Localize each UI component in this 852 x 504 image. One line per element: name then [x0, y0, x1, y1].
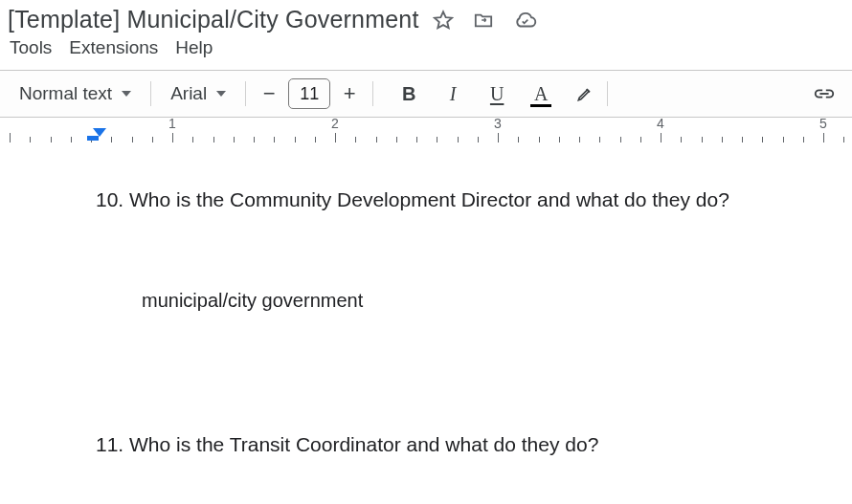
insert-link-button[interactable]: [812, 79, 837, 108]
ruler-tick-minor: [111, 137, 112, 142]
ruler-tick-minor: [722, 137, 723, 142]
ruler-tick-minor: [599, 137, 600, 142]
bold-button[interactable]: B: [396, 79, 421, 108]
ruler-tick-minor: [640, 137, 641, 142]
chevron-down-icon: [122, 91, 131, 97]
ruler-label: 1: [168, 118, 176, 131]
font-size-increase-button[interactable]: +: [336, 79, 363, 108]
ruler-tick-minor: [234, 137, 235, 142]
menu-bar: Tools Extensions Help: [8, 33, 844, 68]
question-10[interactable]: 10. Who is the Community Development Dir…: [96, 185, 814, 215]
font-size-decrease-button[interactable]: −: [256, 79, 282, 108]
cloud-saved-icon[interactable]: [513, 11, 538, 30]
ruler-tick-minor: [843, 137, 844, 142]
title-row: [Template] Municipal/City Government: [8, 6, 844, 33]
ruler-tick-minor: [478, 137, 479, 142]
ruler-tick-major: [498, 133, 499, 142]
ruler-tick-minor: [416, 137, 417, 142]
font-dropdown[interactable]: Arial: [161, 77, 235, 110]
document-title[interactable]: [Template] Municipal/City Government: [8, 6, 419, 33]
ruler-tick-minor: [132, 137, 133, 142]
indent-marker-icon[interactable]: [93, 128, 106, 141]
underline-button[interactable]: U: [484, 79, 509, 108]
menu-extensions[interactable]: Extensions: [69, 37, 158, 58]
ruler-label: 4: [657, 118, 664, 131]
italic-button[interactable]: I: [440, 79, 465, 108]
ruler-tick-minor: [51, 137, 52, 142]
separator: [150, 81, 151, 106]
question-11[interactable]: 11. Who is the Transit Coordinator and w…: [96, 429, 814, 460]
toolbar: Normal text Arial − 11 + B I U A: [0, 70, 852, 118]
format-group: B I U A: [396, 79, 597, 108]
text-color-button[interactable]: A: [528, 79, 553, 108]
separator: [372, 81, 373, 106]
ruler-tick-minor: [762, 137, 763, 142]
ruler-tick-minor: [579, 137, 580, 142]
font-label: Arial: [170, 83, 207, 104]
ruler-tick-minor: [458, 137, 459, 142]
highlight-color-button[interactable]: [572, 79, 597, 108]
separator: [607, 81, 608, 106]
ruler-tick-minor: [295, 137, 296, 142]
chevron-down-icon: [216, 91, 226, 97]
ruler-tick-minor: [620, 137, 621, 142]
ruler-tick-major: [172, 133, 173, 142]
ruler-tick-minor: [213, 137, 214, 142]
ruler-tick-minor: [559, 137, 560, 142]
ruler-tick-minor: [71, 137, 72, 142]
ruler-tick-minor: [681, 137, 682, 142]
ruler-tick-major: [661, 133, 661, 142]
header: [Template] Municipal/City Government Too…: [0, 0, 852, 70]
document-body[interactable]: 10. Who is the Community Development Dir…: [0, 146, 852, 459]
ruler-tick-minor: [437, 137, 437, 142]
ruler-tick-minor: [152, 137, 153, 142]
ruler-tick-minor: [539, 137, 540, 142]
ruler-label: 3: [494, 118, 502, 131]
ruler-tick-minor: [315, 137, 316, 142]
ruler-tick-major: [823, 133, 824, 142]
link-group: [812, 79, 837, 108]
title-icons: [433, 10, 538, 31]
ruler-tick-minor: [274, 137, 275, 142]
ruler-tick-minor: [742, 137, 743, 142]
paragraph-style-label: Normal text: [19, 83, 112, 104]
star-icon[interactable]: [433, 10, 454, 31]
move-folder-icon[interactable]: [473, 11, 494, 30]
menu-help[interactable]: Help: [175, 37, 213, 58]
ruler[interactable]: 12345: [0, 118, 852, 146]
ruler-tick-minor: [254, 137, 255, 142]
ruler-tick-minor: [518, 137, 519, 142]
ruler-tick-minor: [803, 137, 804, 142]
menu-tools[interactable]: Tools: [10, 37, 52, 58]
font-size-input[interactable]: 11: [288, 78, 330, 109]
ruler-tick-minor: [783, 137, 784, 142]
ruler-tick-major: [335, 133, 336, 142]
ruler-label: 2: [331, 118, 339, 131]
ruler-tick-minor: [376, 137, 377, 142]
ruler-track: 12345: [0, 131, 852, 142]
paragraph-style-dropdown[interactable]: Normal text: [10, 77, 141, 110]
ruler-tick-major: [10, 133, 11, 142]
ruler-tick-minor: [355, 137, 356, 142]
ruler-tick-minor: [30, 137, 31, 142]
ruler-tick-minor: [702, 137, 703, 142]
answer-text[interactable]: municipal/city government: [142, 286, 814, 315]
separator: [245, 81, 246, 106]
ruler-tick-minor: [192, 137, 193, 142]
font-size-group: − 11 +: [256, 78, 363, 109]
ruler-label: 5: [819, 118, 827, 131]
ruler-tick-minor: [396, 137, 397, 142]
